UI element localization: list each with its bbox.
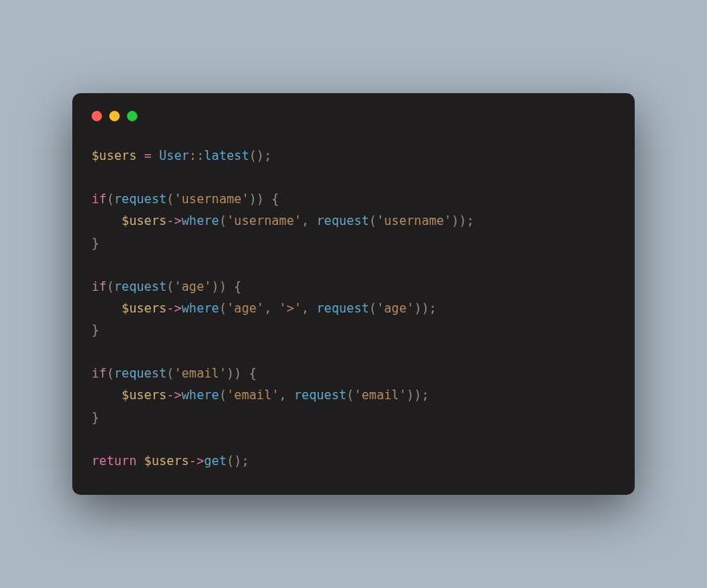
code-token: , bbox=[279, 388, 294, 402]
code-token: )); bbox=[452, 214, 474, 228]
code-token: $users bbox=[144, 454, 189, 468]
code-token: request bbox=[114, 280, 166, 294]
code-token bbox=[152, 149, 159, 163]
code-token: if bbox=[92, 192, 107, 206]
code-token: ( bbox=[369, 214, 376, 228]
code-token: where bbox=[182, 388, 219, 402]
code-token: )); bbox=[414, 301, 436, 316]
code-token bbox=[137, 454, 144, 468]
code-token: $users bbox=[121, 214, 166, 228]
code-token: request bbox=[317, 214, 369, 228]
code-token: 'username' bbox=[227, 214, 301, 228]
code-token: 'email' bbox=[354, 388, 407, 402]
code-token: } bbox=[92, 323, 99, 337]
code-token: )) { bbox=[211, 280, 241, 294]
code-token: request bbox=[114, 366, 166, 381]
code-token: -> bbox=[166, 301, 182, 316]
code-token: request bbox=[114, 192, 166, 206]
code-token: return bbox=[92, 454, 137, 468]
code-token: latest bbox=[204, 149, 249, 163]
code-token: ( bbox=[166, 192, 174, 206]
code-token: 'age' bbox=[377, 301, 415, 316]
code-token: ( bbox=[219, 214, 227, 228]
code-token: , bbox=[301, 301, 317, 316]
code-token: , bbox=[301, 214, 317, 228]
code-block: $users = User::latest(); if(request('use… bbox=[92, 131, 615, 472]
code-token: 'username' bbox=[174, 192, 249, 206]
code-token: if bbox=[92, 280, 107, 294]
code-token: )); bbox=[407, 388, 429, 402]
code-token: 'email' bbox=[174, 366, 227, 381]
code-token bbox=[92, 301, 121, 316]
code-token: ( bbox=[346, 388, 354, 402]
code-token: } bbox=[92, 410, 99, 425]
zoom-icon[interactable] bbox=[127, 111, 137, 121]
code-token: ( bbox=[166, 366, 174, 381]
code-token: $users bbox=[121, 301, 166, 316]
code-token: 'username' bbox=[377, 214, 452, 228]
code-token: ( bbox=[107, 192, 114, 206]
code-token: (); bbox=[227, 454, 249, 468]
code-token: 'age' bbox=[227, 301, 264, 316]
code-token: -> bbox=[189, 454, 204, 468]
code-window: $users = User::latest(); if(request('use… bbox=[72, 93, 635, 495]
code-token: ( bbox=[219, 301, 227, 316]
code-token: 'age' bbox=[174, 280, 212, 294]
code-token: ( bbox=[166, 280, 174, 294]
code-token: 'email' bbox=[227, 388, 279, 402]
code-token bbox=[92, 214, 121, 228]
minimize-icon[interactable] bbox=[109, 111, 120, 121]
traffic-lights bbox=[92, 108, 615, 131]
code-token bbox=[92, 388, 121, 402]
code-token: ( bbox=[369, 301, 376, 316]
code-token: where bbox=[182, 214, 219, 228]
code-token: -> bbox=[166, 388, 182, 402]
code-token: ( bbox=[107, 280, 114, 294]
code-token: , bbox=[264, 301, 280, 316]
code-token: -> bbox=[166, 214, 182, 228]
code-token: ( bbox=[219, 388, 227, 402]
code-token: $users bbox=[121, 388, 166, 402]
code-token: )) { bbox=[249, 192, 279, 206]
code-token: $users bbox=[92, 149, 137, 163]
code-token: get bbox=[204, 454, 227, 468]
code-token: request bbox=[294, 388, 346, 402]
close-icon[interactable] bbox=[92, 111, 102, 121]
code-token: where bbox=[182, 301, 219, 316]
code-token: (); bbox=[249, 149, 272, 163]
code-token: '>' bbox=[279, 301, 301, 316]
code-token: ( bbox=[107, 366, 114, 381]
code-token: )) { bbox=[227, 366, 256, 381]
code-token: = bbox=[144, 149, 151, 163]
code-token: User bbox=[159, 149, 189, 163]
code-token bbox=[137, 149, 144, 163]
code-token: request bbox=[317, 301, 369, 316]
code-token: } bbox=[92, 236, 99, 251]
code-token: if bbox=[92, 366, 107, 381]
code-token: :: bbox=[189, 149, 204, 163]
